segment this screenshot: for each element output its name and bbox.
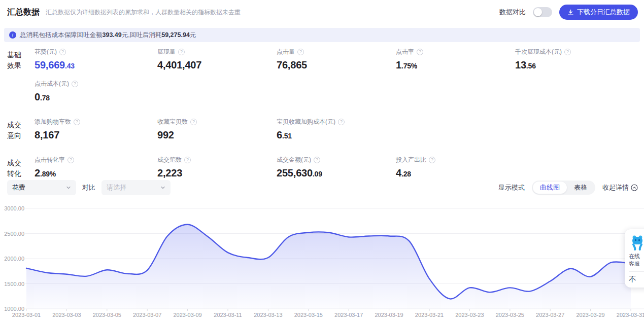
metric-value: 1.75% [396,59,515,71]
download-daily-summary-button[interactable]: 下载分日汇总数据 [559,5,638,20]
x-axis-label: 2023-03-21 [409,312,450,318]
metric-value: 4,401,407 [157,59,277,71]
display-mode-option[interactable]: 表格 [567,182,594,194]
help-icon[interactable]: ? [564,49,571,55]
download-icon [567,9,574,16]
metric-row: 添加购物车数 ? 8,167 收藏宝贝数 ? 992 宝贝收藏加购成本(元) ?… [35,117,644,141]
metric-value: 2,223 [157,167,277,179]
metric-label: 投入产出比 [396,156,426,164]
chevron-down-icon [66,185,71,190]
metric-value: 6.51 [277,129,396,141]
metric-label: 花费(元) [35,48,57,56]
x-axis-label: 2023-03-31 [611,312,644,318]
y-axis-label: 1500.00 [1,281,24,287]
display-mode-group: 显示模式 曲线图表格 收起详情 [498,181,638,195]
metric-card: 点击转化率 ? 2.89% [35,155,157,179]
x-axis-label: 2023-03-17 [328,312,369,318]
y-axis-label: 2500.00 [1,231,24,237]
x-axis-label: 2023-03-13 [248,312,288,318]
metric-label: 点击转化率 [35,156,65,164]
area-fill [26,225,631,309]
help-icon[interactable]: ? [190,119,197,125]
metric-value: 13.56 [515,59,644,71]
help-icon[interactable]: ? [74,119,80,125]
metric-select-value: 花费 [12,183,66,192]
help-icon[interactable]: ? [338,119,345,125]
x-axis-label: 2023-03-11 [208,312,248,318]
metric-card: 展现量 ? 4,401,407 [157,47,277,71]
y-axis-label: 2000.00 [1,256,24,262]
metrics-sections: 基础效果 花费(元) ? 59,669.43 展现量 ? 4,401,407 点… [7,47,644,193]
metric-value: 255,630.09 [277,167,396,179]
help-icon[interactable]: ? [67,157,74,163]
x-axis-label: 2023-03-25 [490,312,530,318]
data-compare-label: 数据对比 [499,8,526,17]
help-icon[interactable]: ? [184,157,191,163]
header-actions: 数据对比 下载分日汇总数据 [499,5,638,20]
metric-card: 收藏宝贝数 ? 992 [157,117,277,141]
metric-card: 投入产出比 ? 4.28 [396,155,515,179]
x-axis-label: 2023-03-15 [288,312,329,318]
section-title: 基础效果 [7,47,35,111]
data-compare-toggle[interactable] [533,7,552,17]
metric-value: 0.78 [35,91,157,103]
help-icon[interactable]: ? [178,49,185,55]
metric-card: 千次展现成本(元) ? 13.56 [515,47,644,71]
customer-service-label: 在线客服 [629,253,644,268]
chart-controls: 花费 对比 请选择 显示模式 曲线图表格 收起详情 [7,180,638,195]
help-icon[interactable]: ? [314,157,320,163]
metric-value: 4.28 [396,167,515,179]
x-axis-label: 2023-03-19 [369,312,410,318]
line-chart-canvas [0,203,644,322]
x-axis-label: 2023-03-23 [449,312,490,318]
collapse-details-button[interactable]: 收起详情 [602,183,638,192]
display-mode-segmented: 曲线图表格 [532,181,595,195]
x-axis-label: 2023-03-27 [530,312,570,318]
y-axis-label: 3000.00 [1,205,24,211]
help-icon[interactable]: ? [417,49,423,55]
metric-card: 点击成本(元) ? 0.78 [35,79,157,103]
metric-label: 成交金额(元) [277,156,311,164]
metric-label: 成交笔数 [157,156,182,164]
metric-card: 点击量 ? 76,865 [277,47,396,71]
x-axis-label: 2023-03-29 [570,312,611,318]
feedback-label: 不 [629,275,644,284]
y-axis-label: 1000.00 [1,306,24,312]
metric-label: 点击量 [277,48,295,56]
metric-card: 成交笔数 ? 2,223 [157,155,277,179]
help-icon[interactable]: ? [429,157,435,163]
metric-value: 76,865 [277,59,396,71]
metric-card: 成交金额(元) ? 255,630.09 [277,155,396,179]
circle-chevron-up-icon [631,184,638,191]
notice-bar: i 总消耗包括成本保障回吐金额393.49元,回吐后消耗59,275.94元 [4,28,640,42]
metric-value: 8,167 [35,129,157,141]
compare-select[interactable]: 请选择 [101,180,171,195]
metric-label: 展现量 [157,48,176,56]
page-subtitle: 汇总数据仅为详细数据列表的累加求和，人群数量相关的指标数据未去重 [46,8,241,17]
chevron-down-icon [160,185,165,190]
help-icon[interactable]: ? [72,81,78,87]
metric-card: 点击率 ? 1.75% [396,47,515,71]
toggle-knob [534,8,542,16]
metric-card: 添加购物车数 ? 8,167 [35,117,157,141]
metric-label: 千次展现成本(元) [515,48,562,56]
display-mode-active[interactable]: 曲线图 [533,182,567,194]
metric-value: 59,669.43 [35,59,157,71]
x-axis-label: 2023-03-01 [6,312,47,318]
metric-label: 宝贝收藏加购成本(元) [277,118,335,126]
metric-select[interactable]: 花费 [7,180,76,195]
customer-service-widget[interactable]: 在线客服 不 [625,229,644,288]
metric-label: 添加购物车数 [35,118,71,126]
metric-row: 点击转化率 ? 2.89% 成交笔数 ? 2,223 成交金额(元) ? 255… [35,155,644,179]
metric-value: 2.89% [35,167,157,179]
x-axis-label: 2023-03-05 [87,312,127,318]
x-axis-label: 2023-03-09 [167,312,208,318]
metric-row: 花费(元) ? 59,669.43 展现量 ? 4,401,407 点击量 ? … [35,47,644,71]
divider [629,271,644,272]
help-icon[interactable]: ? [59,49,66,55]
metric-section: 成交意向 添加购物车数 ? 8,167 收藏宝贝数 ? 992 宝贝收藏加购成本… [7,117,644,149]
metric-label: 收藏宝贝数 [157,118,188,126]
help-icon[interactable]: ? [297,49,304,55]
section-title: 成交意向 [7,117,35,149]
metric-section: 基础效果 花费(元) ? 59,669.43 展现量 ? 4,401,407 点… [7,47,644,111]
